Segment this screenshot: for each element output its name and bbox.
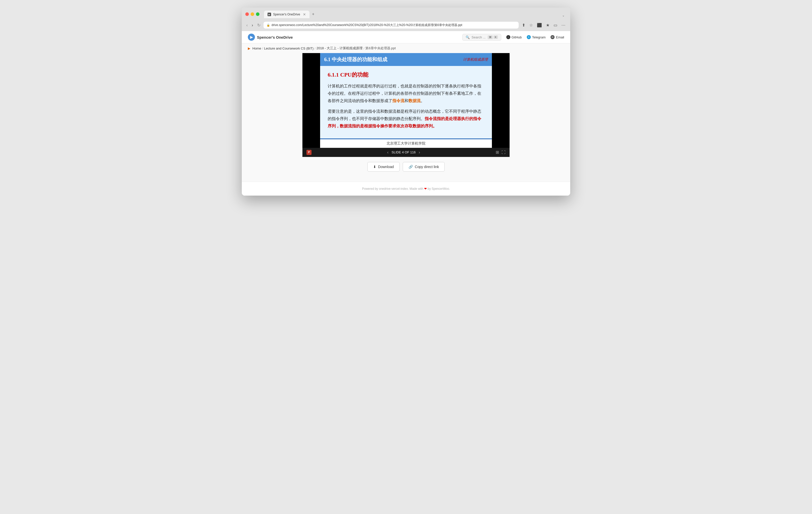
slide-header-bar: 6.1 中央处理器的功能和组成 计算机组成原理 (320, 53, 492, 66)
extension2-button[interactable]: ★ (545, 22, 551, 28)
slide-ctrl-left: P (307, 150, 312, 155)
slide-para1-highlight1: 指令流 (393, 98, 405, 103)
tab-title: Spencer's OneDrive (273, 12, 300, 16)
minimize-button[interactable] (251, 12, 254, 16)
address-bar[interactable]: 🔒 drive.spencerwoo.com/Lecture%20and%20C… (263, 22, 519, 29)
grid-view-button[interactable]: ⊞ (496, 150, 499, 155)
breadcrumb-sep3: / (364, 47, 365, 50)
slide-header-subtitle: 计算机组成原理 (463, 57, 488, 62)
header-nav: 🔍 Search ... ⌘ K ⑃ GitHub ✈ Telegram ✉ (462, 34, 564, 41)
breadcrumb-sep2: / (315, 47, 316, 50)
github-label: GitHub (512, 35, 522, 39)
slide-paragraph2: 需要注意的是，这里的指令流和数据流都是程序运行的动态概念，它不同于程序中静态的指… (328, 108, 484, 130)
slide-wrapper: 6.1 中央处理器的功能和组成 计算机组成原理 6.1.1 CPU的功能 计算机… (302, 53, 510, 157)
url-text: drive.spencerwoo.com/Lecture%20and%20Cou… (271, 23, 462, 27)
breadcrumb-current: 第6章中央处理器.ppt (365, 46, 396, 51)
download-button[interactable]: ⬇ Download (367, 162, 400, 172)
tab-favicon: ▶ (267, 12, 271, 16)
breadcrumb-sep1: / (262, 47, 263, 50)
ppt-icon: P (307, 150, 312, 155)
slide-info: SLIDE 4 OF 116 (392, 150, 415, 154)
tab-list-button[interactable]: ⌄ (560, 12, 567, 18)
slide-next-button[interactable]: › (418, 150, 420, 155)
slide-prev-button[interactable]: ‹ (387, 150, 388, 155)
slide-footer: 北京理工大学计算机学院 (320, 139, 492, 148)
address-bar-row: ‹ › ↻ 🔒 drive.spencerwoo.com/Lecture%20a… (242, 20, 570, 31)
breadcrumb-arrow-icon: ▶ (248, 47, 250, 50)
breadcrumb-home[interactable]: Home (252, 47, 261, 50)
active-tab[interactable]: ▶ Spencer's OneDrive ✕ (264, 10, 310, 18)
download-icon: ⬇ (373, 165, 376, 169)
sidebar-button[interactable]: ▭ (552, 22, 559, 28)
tab-bar: ▶ Spencer's OneDrive ✕ + ⌄ (264, 10, 567, 18)
slide-para1-highlight2: 数据流 (408, 98, 420, 103)
close-button[interactable] (245, 12, 249, 16)
slide-nav: ‹ SLIDE 4 OF 116 › (387, 150, 420, 155)
traffic-lights (245, 12, 259, 16)
slide-content: 6.1 中央处理器的功能和组成 计算机组成原理 6.1.1 CPU的功能 计算机… (320, 53, 492, 148)
email-link[interactable]: ✉ Email (551, 35, 564, 39)
share-button[interactable]: ⬆ (521, 22, 526, 28)
slide-para1-end: 。 (420, 98, 425, 103)
app-footer: Powered by onedrive-vercel-index. Made w… (242, 182, 570, 196)
extension1-button[interactable]: ⬛ (535, 22, 543, 28)
toolbar-actions: ⬆ ☆ ⬛ ★ ▭ ⋯ (521, 22, 567, 28)
bookmark-button[interactable]: ☆ (528, 22, 534, 28)
logo-icon: ▶ (248, 34, 255, 41)
app-content: ▶ Spencer's OneDrive 🔍 Search ... ⌘ K ⑃ … (242, 31, 570, 196)
slide-section-title: 6.1.1 CPU的功能 (328, 71, 484, 79)
more-button[interactable]: ⋯ (560, 22, 567, 28)
slide-body: 6.1.1 CPU的功能 计算机的工作过程就是程序的运行过程，也就是在控制器的控… (320, 66, 492, 139)
tab-close-button[interactable]: ✕ (303, 12, 306, 17)
slide-image: 6.1 中央处理器的功能和组成 计算机组成原理 6.1.1 CPU的功能 计算机… (302, 53, 510, 148)
search-placeholder: Search ... (472, 35, 486, 39)
breadcrumb-level2[interactable]: 2018 - 大三上 - 计算机组成原理 (317, 46, 362, 51)
link-icon: 🔗 (408, 165, 413, 169)
slide-footer-text: 北京理工大学计算机学院 (386, 142, 426, 145)
breadcrumb-level1[interactable]: Lecture and Coursework CS (BIT) (264, 47, 314, 50)
fullscreen-button[interactable] (256, 12, 259, 16)
telegram-label: Telegram (532, 35, 546, 39)
telegram-link[interactable]: ✈ Telegram (527, 35, 546, 39)
kbd-k: K (493, 35, 498, 39)
github-link[interactable]: ⑃ GitHub (506, 35, 522, 39)
fullscreen-button[interactable]: ⛶ (501, 150, 505, 155)
slide-ctrl-right: ⊞ ⛶ (496, 150, 505, 155)
slide-controls: P ‹ SLIDE 4 OF 116 › ⊞ ⛶ (302, 148, 510, 157)
action-buttons: ⬇ Download 🔗 Copy direct link (367, 162, 445, 172)
telegram-icon: ✈ (527, 35, 531, 39)
search-kbd: ⌘ K (488, 35, 498, 39)
github-icon: ⑃ (506, 35, 510, 39)
forward-button[interactable]: › (251, 23, 254, 28)
refresh-button[interactable]: ↻ (256, 22, 261, 28)
copy-link-label: Copy direct link (415, 165, 439, 169)
back-button[interactable]: ‹ (245, 23, 249, 28)
email-icon: ✉ (551, 35, 555, 39)
search-box[interactable]: 🔍 Search ... ⌘ K (462, 34, 501, 41)
app-name: Spencer's OneDrive (257, 35, 293, 39)
app-header: ▶ Spencer's OneDrive 🔍 Search ... ⌘ K ⑃ … (242, 31, 570, 44)
footer-by: by SpencerWoo. (428, 187, 450, 191)
heart-icon: ❤ (424, 187, 428, 191)
slide-paragraph1: 计算机的工作过程就是程序的运行过程，也就是在控制器的控制下逐条执行程序中各指令的… (328, 83, 484, 104)
lock-icon: 🔒 (266, 24, 270, 27)
breadcrumb: ▶ Home / Lecture and Coursework CS (BIT)… (242, 44, 570, 53)
footer-text: Powered by onedrive-vercel-index. Made w… (362, 187, 424, 191)
copy-link-button[interactable]: 🔗 Copy direct link (403, 162, 445, 172)
slide-header-title: 6.1 中央处理器的功能和组成 (324, 56, 387, 63)
search-icon: 🔍 (466, 35, 470, 39)
download-label: Download (378, 165, 394, 169)
kbd-cmd: ⌘ (488, 35, 493, 39)
slide-container: 6.1 中央处理器的功能和组成 计算机组成原理 6.1.1 CPU的功能 计算机… (242, 53, 570, 182)
slide-para1-mid: 和 (405, 98, 408, 103)
app-logo: ▶ Spencer's OneDrive (248, 34, 293, 41)
email-label: Email (556, 35, 564, 39)
new-tab-button[interactable]: + (310, 10, 317, 18)
